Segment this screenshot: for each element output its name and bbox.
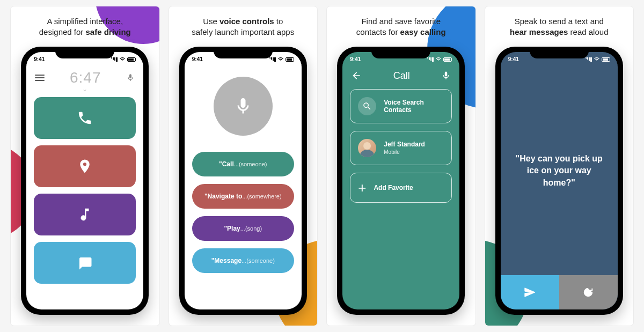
screen-title: Call: [393, 70, 410, 82]
phone-frame: 9:41 "Hey can you pick up ice on your wa…: [495, 47, 623, 315]
panel-voice: Use voice controls to safely launch impo…: [169, 6, 318, 326]
tile-list: [26, 93, 143, 288]
send-button[interactable]: [501, 275, 559, 309]
panel-message: Speak to send a text and hear messages r…: [485, 6, 634, 326]
top-bar: 6:47: [26, 67, 143, 86]
command-navigate[interactable]: "Navigate to...(somewhere): [192, 184, 294, 209]
caption: Use voice controls to safely launch impo…: [185, 6, 301, 43]
command-play[interactable]: "Play...(song): [192, 216, 294, 241]
plus-icon: +: [358, 181, 366, 195]
wifi-icon: [435, 57, 442, 62]
status-time: 9:41: [508, 56, 519, 62]
phone-icon: [77, 110, 93, 126]
phone-notch: [371, 47, 430, 58]
music-tile[interactable]: [34, 194, 136, 235]
mic-icon[interactable]: [126, 73, 135, 82]
phone-frame: 9:41 6:47 ⌄: [21, 47, 149, 315]
status-time: 9:41: [34, 56, 45, 62]
clock-display: 6:47: [70, 69, 101, 86]
add-favorite-card[interactable]: + Add Favorite: [350, 173, 452, 203]
caption: Speak to send a text and hear messages r…: [503, 6, 614, 43]
screen-header: Call: [342, 67, 459, 89]
mic-icon[interactable]: [441, 71, 451, 80]
contact-card[interactable]: Jeff Standard Mobile: [350, 131, 452, 165]
status-time: 9:41: [192, 56, 203, 62]
wifi-icon: [594, 57, 600, 62]
menu-icon[interactable]: [35, 75, 45, 81]
mic-icon: [233, 97, 253, 116]
search-icon: [358, 97, 376, 115]
avatar: [358, 139, 376, 157]
phone-frame: 9:41 "Call...(someone) "Navigate to...(s…: [179, 47, 307, 315]
redo-icon: [582, 286, 594, 298]
message-tile[interactable]: [34, 242, 136, 284]
caption: A simplified interface, designed for saf…: [33, 6, 137, 43]
voice-activate-button[interactable]: [214, 77, 273, 136]
redo-button[interactable]: [559, 275, 618, 309]
phone-tile[interactable]: [34, 97, 136, 139]
wifi-icon: [277, 57, 284, 62]
chevron-down-icon[interactable]: ⌄: [26, 85, 143, 93]
contact-list: Voice Search Contacts Jeff Standard Mobi…: [342, 89, 459, 203]
panel-home: A simplified interface, designed for saf…: [11, 6, 159, 326]
screen-call: 9:41 Call Voice Search Contacts: [342, 52, 459, 309]
phone-notch: [55, 47, 114, 58]
phone-notch: [214, 47, 273, 58]
screen-voice: 9:41 "Call...(someone) "Navigate to...(s…: [185, 52, 302, 309]
caption: Find and save favorite contacts for easy…: [350, 6, 452, 43]
panel-call: Find and save favorite contacts for easy…: [327, 6, 475, 326]
contact-type: Mobile: [384, 149, 425, 155]
message-text: "Hey can you pick up ice on your way hom…: [513, 153, 606, 189]
music-icon: [77, 206, 93, 223]
send-icon: [524, 286, 536, 298]
phone-frame: 9:41 Call Voice Search Contacts: [337, 47, 465, 315]
voice-search-card[interactable]: Voice Search Contacts: [350, 89, 452, 123]
phone-notch: [530, 47, 589, 58]
message-icon: [77, 255, 93, 271]
wifi-icon: [119, 57, 126, 62]
command-list: "Call...(someone) "Navigate to...(somewh…: [185, 152, 302, 273]
contact-name: Jeff Standard: [384, 141, 425, 148]
message-actions: [501, 275, 618, 309]
screen-message: 9:41 "Hey can you pick up ice on your wa…: [501, 52, 618, 309]
status-time: 9:41: [350, 56, 361, 62]
message-body: "Hey can you pick up ice on your way hom…: [501, 67, 618, 275]
screen-home: 9:41 6:47 ⌄: [26, 52, 143, 309]
back-icon[interactable]: [351, 70, 362, 81]
location-icon: [77, 158, 93, 174]
command-call[interactable]: "Call...(someone): [192, 152, 294, 176]
command-message[interactable]: "Message...(someone): [192, 248, 294, 273]
location-tile[interactable]: [34, 145, 136, 187]
